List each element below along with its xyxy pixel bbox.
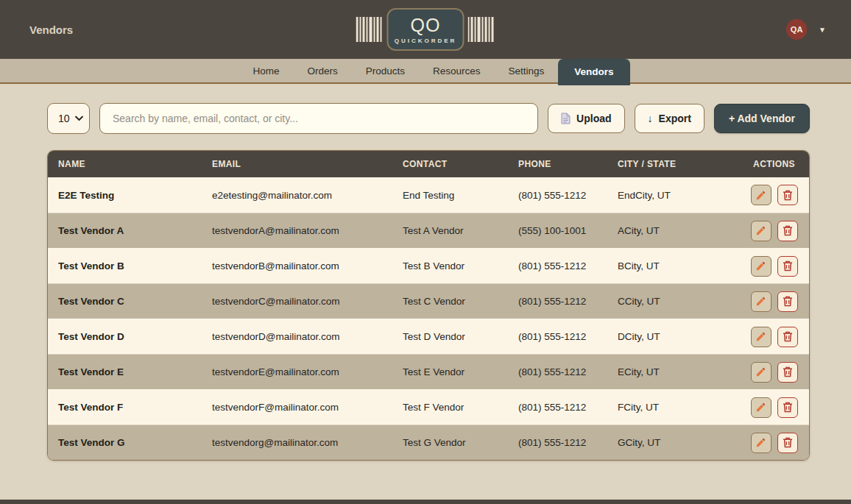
vendor-citystate-cell: GCity, UT [607,437,739,448]
vendor-name-cell: Test Vendor E [48,366,202,377]
search-input[interactable] [99,103,538,134]
vendor-contact-cell: Test G Vendor [392,437,508,448]
table-row: Test Vendor B testvendorB@mailinator.com… [48,248,809,283]
barcode-right-icon [468,17,495,42]
vendor-name-cell: E2E Testing [48,190,202,201]
pencil-icon [755,402,766,413]
page-title: Vendors [29,24,73,36]
trash-icon [783,225,793,236]
tab-orders[interactable]: Orders [293,59,351,84]
edit-vendor-button[interactable] [751,362,771,383]
table-row: Test Vendor C testvendorC@mailinator.com… [48,283,809,319]
delete-vendor-button[interactable] [777,362,798,383]
vendor-email-cell: testvendorC@mailinator.com [202,296,392,307]
pencil-icon [755,225,766,236]
table-body: E2E Testing e2etesting@mailinator.com En… [48,177,809,460]
table-header-row: NAME EMAIL CONTACT PHONE CITY / STATE AC… [48,151,809,177]
vendor-actions-cell [739,185,809,205]
delete-vendor-button[interactable] [777,185,798,205]
delete-vendor-button[interactable] [777,221,798,241]
controls-row: 10 Upload ↓ Export + Add Vendor [47,103,810,134]
vendor-actions-cell [739,256,809,277]
vendor-citystate-cell: BCity, UT [607,260,739,271]
trash-icon [783,402,793,413]
edit-vendor-button[interactable] [751,433,771,453]
vendor-table: NAME EMAIL CONTACT PHONE CITY / STATE AC… [47,150,810,461]
tab-settings[interactable]: Settings [495,59,559,84]
tab-resources[interactable]: Resources [419,59,495,84]
vendor-citystate-cell: FCity, UT [607,402,739,413]
vendor-name-cell: Test Vendor C [48,296,202,307]
vendor-name-cell: Test Vendor G [48,437,202,448]
vendor-phone-cell: (555) 100-1001 [508,225,607,236]
edit-vendor-button[interactable] [751,256,771,277]
app-header: Vendors QO QUICKORDER QA ▼ [0,0,851,59]
vendor-phone-cell: (801) 555-1212 [508,437,607,448]
tab-products[interactable]: Products [352,59,419,84]
column-header-citystate: CITY / STATE [607,159,739,169]
vendor-actions-cell [739,221,809,241]
page-size-select[interactable]: 10 [47,103,90,134]
trash-icon [783,437,793,448]
user-area: QA ▼ [786,19,826,40]
vendor-contact-cell: Test C Vendor [392,296,508,307]
tab-vendors[interactable]: Vendors [558,59,629,85]
trash-icon [783,366,793,377]
bottom-edge-bar [0,500,851,504]
vendor-citystate-cell: CCity, UT [607,296,739,307]
trash-icon [783,190,793,201]
table-row: Test Vendor E testvendorE@mailinator.com… [48,354,809,389]
vendor-actions-cell [739,433,809,453]
vendor-phone-cell: (801) 555-1212 [508,260,607,271]
pencil-icon [755,366,766,377]
vendor-contact-cell: Test E Vendor [392,366,508,377]
upload-button[interactable]: Upload [548,104,624,133]
vendor-phone-cell: (801) 555-1212 [508,366,607,377]
vendor-actions-cell [739,362,809,383]
delete-vendor-button[interactable] [777,397,798,418]
edit-vendor-button[interactable] [751,185,771,205]
edit-vendor-button[interactable] [751,221,771,241]
vendor-email-cell: e2etesting@mailinator.com [202,190,392,201]
user-avatar[interactable]: QA [786,19,807,40]
add-vendor-button-label: + Add Vendor [729,113,795,124]
edit-vendor-button[interactable] [751,291,771,312]
vendor-actions-cell [739,397,809,418]
edit-vendor-button[interactable] [751,397,771,418]
barcode-left-icon [356,17,384,42]
vendor-email-cell: testvendorE@mailinator.com [202,366,392,377]
pencil-icon [755,296,766,307]
main-content: 10 Upload ↓ Export + Add Vendor [0,84,851,461]
vendor-contact-cell: Test F Vendor [392,402,508,413]
delete-vendor-button[interactable] [777,291,798,312]
vendor-citystate-cell: ACity, UT [607,225,739,236]
vendor-phone-cell: (801) 555-1212 [508,331,607,342]
page-size-wrap: 10 [47,103,90,134]
delete-vendor-button[interactable] [777,327,798,347]
vendor-actions-cell [739,327,809,347]
document-icon [561,113,571,124]
edit-vendor-button[interactable] [751,327,771,347]
table-row: Test Vendor A testvendorA@mailinator.com… [48,213,809,248]
table-row: Test Vendor D testvendorD@mailinator.com… [48,319,809,354]
pencil-icon [755,260,766,271]
vendor-name-cell: Test Vendor B [48,260,202,271]
nav-tabs: Home Orders Products Resources Settings … [239,59,629,82]
add-vendor-button[interactable]: + Add Vendor [714,104,810,133]
pencil-icon [755,331,766,342]
delete-vendor-button[interactable] [777,256,798,277]
tab-home[interactable]: Home [239,59,293,84]
delete-vendor-button[interactable] [777,433,798,453]
vendor-email-cell: testvendorA@mailinator.com [202,225,392,236]
download-arrow-icon: ↓ [648,113,653,124]
vendor-phone-cell: (801) 555-1212 [508,190,607,201]
vendor-email-cell: testvendorF@mailinator.com [202,402,392,413]
trash-icon [783,296,793,307]
pencil-icon [755,437,766,448]
column-header-name: NAME [48,159,202,169]
column-header-email: EMAIL [202,159,392,169]
vendor-name-cell: Test Vendor A [48,225,202,236]
user-menu-caret-icon[interactable]: ▼ [819,26,826,34]
vendor-contact-cell: End Testing [392,190,508,201]
export-button[interactable]: ↓ Export [635,104,705,133]
